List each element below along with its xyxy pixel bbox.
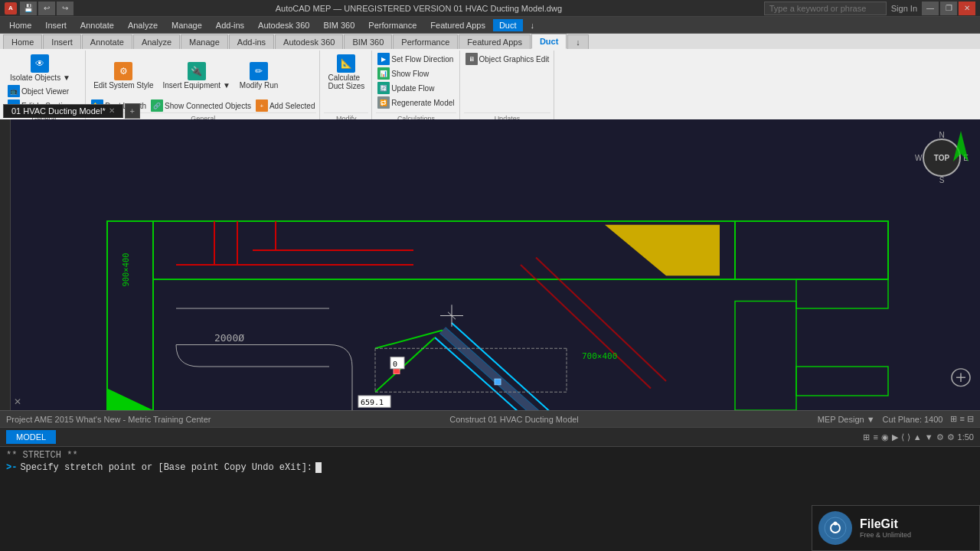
viewer-icon: 📺 xyxy=(8,85,20,97)
restore-btn[interactable]: ❐ xyxy=(940,2,957,15)
ribbon-tab-add-ins[interactable]: Add-ins xyxy=(229,34,274,49)
status-bar: Project AME 2015 What's New - Metric Tra… xyxy=(0,410,980,427)
app-logo: A xyxy=(5,2,17,15)
update-flow-icon: 🔄 xyxy=(377,82,390,94)
menu-item-home[interactable]: Home xyxy=(3,19,38,31)
menu-item-autodesk-360[interactable]: Autodesk 360 xyxy=(252,19,315,31)
undo-btn[interactable]: ↩ xyxy=(38,2,55,15)
ribbon-tab-↓[interactable]: ↓ xyxy=(567,34,589,49)
object-graphics-btn[interactable]: 🖥 Object Graphics Edit xyxy=(464,52,551,66)
cmd-history: ** STRETCH ** xyxy=(6,450,974,461)
menu-item-performance[interactable]: Performance xyxy=(362,19,423,31)
view-icons[interactable]: ⊞ ≡ ⊟ xyxy=(950,414,974,424)
svg-marker-62 xyxy=(953,131,969,161)
add-icon: + xyxy=(256,99,268,112)
filegit-watermark: FileGit Free & Unlimited xyxy=(812,505,980,551)
calculate-duct-btn[interactable]: 📐 CalculateDuct Sizes xyxy=(324,52,368,93)
flow-dir-icon: ▶ xyxy=(377,53,390,65)
doc-tab-close[interactable]: ✕ xyxy=(109,106,115,115)
compass-south: S xyxy=(939,176,945,184)
menu-item-insert[interactable]: Insert xyxy=(39,19,73,31)
sign-in-link[interactable]: Sign In xyxy=(891,4,917,13)
new-tab-btn[interactable]: + xyxy=(125,103,140,119)
doc-tab-label: 01 HVAC Ducting Model* xyxy=(11,106,106,116)
ribbon-tab-insert[interactable]: Insert xyxy=(43,34,81,49)
zoom-level: 1:50 xyxy=(958,432,974,442)
svg-text:2000Ø: 2000Ø xyxy=(214,332,244,344)
svg-rect-34 xyxy=(495,379,501,385)
save-btn[interactable]: 💾 xyxy=(20,2,37,15)
edit-system-style-btn[interactable]: ⚙ Edit System Style xyxy=(90,60,157,92)
close-btn[interactable]: ✕ xyxy=(959,2,975,15)
ribbon-tab-bim-360[interactable]: BIM 360 xyxy=(344,34,392,49)
show-flow-icon: 📊 xyxy=(377,67,390,80)
ribbon-tab-home[interactable]: Home xyxy=(3,34,42,49)
ribbon-tab-annotate[interactable]: Annotate xyxy=(82,34,132,49)
viewport-close-btn[interactable]: ✕ xyxy=(14,396,21,407)
add-selected-btn[interactable]: + Add Selected xyxy=(254,99,317,112)
filegit-info: FileGit Free & Unlimited xyxy=(860,517,911,539)
compass-west: W xyxy=(915,154,922,162)
ribbon-group-calculations: ▶ Set Flow Direction 📊 Show Flow 🔄 Updat… xyxy=(373,51,459,124)
cmd-cursor xyxy=(315,462,322,473)
ribbon: HomeInsertAnnotateAnalyzeManageAdd-insAu… xyxy=(0,34,980,103)
calc-label: CalculateDuct Sizes xyxy=(328,73,364,90)
title-right: Sign In — ❐ ✕ xyxy=(764,2,975,15)
graphics-label: Object Graphics Edit xyxy=(479,55,550,64)
doc-tab-hvac[interactable]: 01 HVAC Ducting Model* ✕ xyxy=(3,104,123,118)
window-title: AutoCAD MEP — UNREGISTERED VERSION 01 HV… xyxy=(74,4,764,13)
menu-bar: HomeInsertAnnotateAnalyzeManageAdd-insAu… xyxy=(0,17,980,34)
ribbon-tab-analyze[interactable]: Analyze xyxy=(133,34,180,49)
menu-item-↓[interactable]: ↓ xyxy=(524,19,541,31)
menu-item-annotate[interactable]: Annotate xyxy=(74,19,120,31)
svg-text:700×400: 700×400 xyxy=(582,352,617,362)
ribbon-tab-featured-apps[interactable]: Featured Apps xyxy=(459,34,531,49)
system-style-label: Edit System Style xyxy=(93,81,153,90)
equipment-label: Insert Equipment ▼ xyxy=(163,81,230,90)
cmd-input-line[interactable]: >- Specify stretch point or [Base point … xyxy=(6,462,974,473)
regen-icon: 🔁 xyxy=(377,96,390,109)
command-line: ** STRETCH ** >- Specify stretch point o… xyxy=(0,446,980,484)
update-flow-btn[interactable]: 🔄 Update Flow xyxy=(376,81,456,95)
ribbon-tab-performance[interactable]: Performance xyxy=(393,34,458,49)
search-input[interactable] xyxy=(764,2,887,15)
ribbon-tab-autodesk-360[interactable]: Autodesk 360 xyxy=(275,34,343,49)
connected-label: Show Connected Objects xyxy=(165,102,251,110)
menu-item-featured-apps[interactable]: Featured Apps xyxy=(424,19,492,31)
model-controls: ⊞≡◉▶⟨⟩▲▼⚙⚙ 1:50 xyxy=(863,432,974,442)
show-connected-btn[interactable]: 🔗 Show Connected Objects xyxy=(149,99,253,112)
nav-icons[interactable]: ⊞≡◉▶⟨⟩▲▼⚙⚙ 1:50 xyxy=(863,432,974,442)
menu-item-bim-360[interactable]: BIM 360 xyxy=(317,19,361,31)
calc-btns: ▶ Set Flow Direction 📊 Show Flow 🔄 Updat… xyxy=(376,52,456,109)
filegit-name: FileGit xyxy=(860,517,911,531)
cmd-text: Specify stretch point or [Base point Cop… xyxy=(20,462,312,473)
ribbon-tab-duct[interactable]: Duct xyxy=(531,34,567,49)
modify-icon: ✏ xyxy=(250,62,268,80)
window-controls: — ❐ ✕ xyxy=(922,2,975,15)
modify-label: Modify Run xyxy=(240,81,279,90)
ribbon-tab-manage[interactable]: Manage xyxy=(181,34,228,49)
general2-top: ⚙ Edit System Style 🔌 Insert Equipment ▼… xyxy=(90,52,316,99)
viewport[interactable]: op][2D Wireframe] xyxy=(0,119,980,410)
graphics-icon: 🖥 xyxy=(466,53,478,65)
isolate-objects-btn[interactable]: 👁 Isolate Objects ▼ xyxy=(6,52,74,84)
insert-equipment-btn[interactable]: 🔌 Insert Equipment ▼ xyxy=(159,60,234,92)
redo-btn[interactable]: ↪ xyxy=(57,2,74,15)
model-tab[interactable]: MODEL xyxy=(6,430,56,444)
menu-item-manage[interactable]: Manage xyxy=(165,19,208,31)
ribbon-group-updates: 🖥 Object Graphics Edit Updates xyxy=(461,51,555,124)
filegit-tagline: Free & Unlimited xyxy=(860,531,911,539)
object-viewer-btn[interactable]: 📺 Object Viewer xyxy=(6,84,82,98)
design-mode[interactable]: MEP Design ▼ xyxy=(818,415,875,424)
regenerate-btn[interactable]: 🔁 Regenerate Model xyxy=(376,96,456,109)
status-left: Project AME 2015 What's New - Metric Tra… xyxy=(6,415,211,424)
ribbon-group-modify: 📐 CalculateDuct Sizes Modify xyxy=(321,51,372,124)
set-flow-btn[interactable]: ▶ Set Flow Direction xyxy=(376,52,456,66)
menu-item-add-ins[interactable]: Add-ins xyxy=(210,19,250,31)
menu-item-duct[interactable]: Duct xyxy=(493,19,523,31)
show-flow-btn[interactable]: 📊 Show Flow xyxy=(376,67,456,80)
status-center: Construct 01 HVAC Ducting Model xyxy=(226,415,802,424)
minimize-btn[interactable]: — xyxy=(922,2,939,15)
menu-item-analyze[interactable]: Analyze xyxy=(122,19,164,31)
modify-run-btn[interactable]: ✏ Modify Run xyxy=(236,60,283,92)
